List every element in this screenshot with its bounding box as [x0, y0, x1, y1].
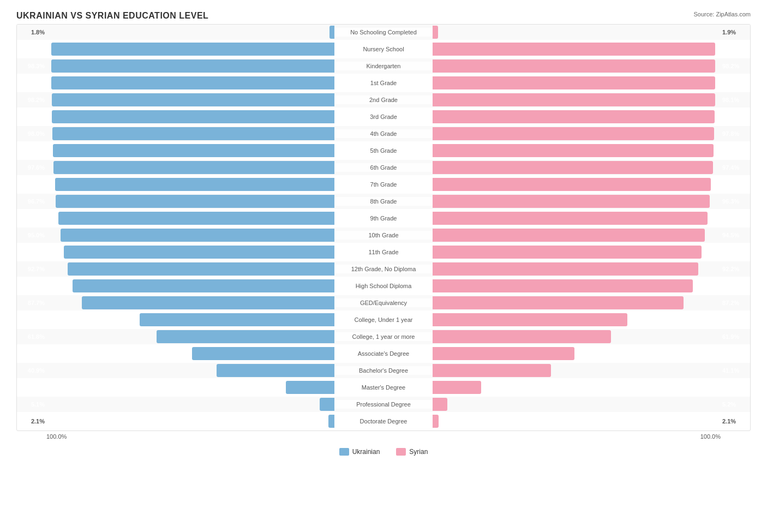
bar-right-container-0	[433, 26, 720, 39]
bar-left-23	[328, 415, 334, 428]
bar-label-12: 10th Grade	[334, 231, 433, 240]
table-row: 2.1% Doctorate Degree 2.1%	[17, 414, 750, 429]
bar-left-container-21	[47, 381, 334, 394]
bar-label-19: Associate's Degree	[334, 349, 433, 358]
bar-right-container-21	[433, 381, 720, 394]
bar-right-13	[433, 246, 702, 259]
bar-left-14	[68, 262, 334, 276]
bar-right-8	[433, 161, 713, 174]
bar-label-22: Professional Degree	[334, 400, 433, 409]
bar-right-container-3	[433, 76, 720, 89]
bar-right-14	[433, 262, 698, 276]
chart-container: UKRAINIAN VS SYRIAN EDUCATION LEVEL Sour…	[0, 0, 767, 477]
bar-right-container-16	[433, 296, 720, 309]
bar-right-container-4	[433, 93, 720, 106]
table-row: 67.7% College, Under 1 year 67.6%	[17, 312, 750, 327]
bar-left-19	[192, 347, 334, 360]
bar-left-11	[58, 212, 334, 225]
bar-left-container-10	[47, 195, 334, 208]
table-row: 92.7% 12th Grade, No Diploma 92.2%	[17, 261, 750, 277]
bar-right-16	[433, 296, 684, 309]
bar-label-23: Doctorate Degree	[334, 417, 433, 426]
val-left-3: 98.3%	[17, 80, 47, 86]
bar-right-container-15	[433, 279, 720, 292]
bar-left-6	[52, 127, 334, 140]
bar-label-14: 12th Grade, No Diploma	[334, 265, 433, 273]
bar-label-18: College, 1 year or more	[334, 332, 433, 341]
bar-right-2	[433, 59, 715, 73]
bar-right-container-9	[433, 178, 720, 191]
bar-label-4: 2nd Grade	[334, 95, 433, 104]
bar-left-container-3	[47, 76, 334, 89]
bar-label-3: 1st Grade	[334, 79, 433, 87]
table-row: 5.1% Professional Degree 5.2%	[17, 397, 750, 412]
val-left-1: 98.3%	[17, 46, 47, 52]
bar-left-container-17	[47, 313, 334, 326]
bar-label-10: 8th Grade	[334, 197, 433, 206]
bar-right-container-18	[433, 330, 720, 343]
source-text: Source: ZipAtlas.com	[693, 11, 751, 17]
bar-left-container-16	[47, 296, 334, 309]
bar-label-5: 3rd Grade	[334, 112, 433, 121]
bar-label-2: Kindergarten	[334, 62, 433, 70]
chart-rows-area: 1.8% No Schooling Completed 1.9% 98.3% N…	[16, 24, 751, 431]
val-left-8: 97.6%	[17, 164, 47, 171]
bar-left-container-19	[47, 347, 334, 360]
val-left-7: 97.8%	[17, 147, 47, 154]
table-row: 98.3% Nursery School 98.2%	[17, 41, 750, 57]
bar-left-21	[286, 381, 334, 394]
val-right-9: 96.5%	[720, 181, 750, 188]
bar-right-0	[433, 26, 438, 39]
val-left-10: 96.7%	[17, 198, 47, 205]
bar-right-1	[433, 43, 715, 56]
bar-right-container-2	[433, 59, 720, 73]
table-row: 97.6% 6th Grade 97.4%	[17, 160, 750, 175]
val-right-0: 1.9%	[720, 29, 750, 35]
bar-left-10	[56, 195, 334, 208]
bar-right-container-12	[433, 229, 720, 242]
table-row: 98.1% 3rd Grade 98.0%	[17, 109, 750, 124]
bar-left-container-13	[47, 246, 334, 259]
bar-left-container-22	[47, 398, 334, 411]
bottom-labels: 100.0% 100.0%	[16, 433, 751, 440]
bar-label-16: GED/Equivalency	[334, 298, 433, 307]
bar-left-1	[51, 43, 334, 56]
bar-right-container-8	[433, 161, 720, 174]
bar-label-13: 11th Grade	[334, 248, 433, 256]
val-right-4: 98.1%	[720, 97, 750, 103]
table-row: 1.8% No Schooling Completed 1.9%	[17, 25, 750, 40]
bar-left-5	[52, 110, 334, 123]
bar-left-container-23	[47, 415, 334, 428]
bar-right-4	[433, 93, 715, 106]
table-row: 95.9% 9th Grade 95.5%	[17, 211, 750, 226]
table-row: 87.7% GED/Equivalency 87.2%	[17, 295, 750, 310]
val-right-14: 92.2%	[720, 266, 750, 272]
bar-label-1: Nursery School	[334, 45, 433, 53]
bar-left-container-12	[47, 229, 334, 242]
bar-left-17	[140, 313, 334, 326]
bar-right-container-10	[433, 195, 720, 208]
val-right-21: 16.8%	[720, 384, 750, 391]
table-row: 98.3% 1st Grade 98.1%	[17, 75, 750, 91]
table-row: 91.0% High School Diploma 90.3%	[17, 278, 750, 294]
bar-label-21: Master's Degree	[334, 383, 433, 392]
bar-left-3	[51, 76, 334, 89]
bar-right-18	[433, 330, 611, 343]
bar-label-15: High School Diploma	[334, 282, 433, 290]
bar-right-9	[433, 178, 711, 191]
val-left-17: 67.7%	[17, 316, 47, 323]
bar-right-container-22	[433, 398, 720, 411]
legend-syrian: Syrian	[396, 448, 428, 456]
val-right-16: 87.2%	[720, 300, 750, 306]
table-row: 97.8% 5th Grade 97.6%	[17, 143, 750, 158]
val-right-15: 90.3%	[720, 283, 750, 289]
val-left-6: 98.0%	[17, 130, 47, 137]
val-left-11: 95.9%	[17, 215, 47, 222]
val-left-13: 94.0%	[17, 249, 47, 255]
val-right-7: 97.6%	[720, 147, 750, 154]
val-left-21: 16.9%	[17, 384, 47, 391]
bar-right-container-1	[433, 43, 720, 56]
legend-box-ukrainian	[339, 448, 349, 456]
val-left-4: 98.2%	[17, 97, 47, 103]
val-left-12: 95.0%	[17, 232, 47, 238]
